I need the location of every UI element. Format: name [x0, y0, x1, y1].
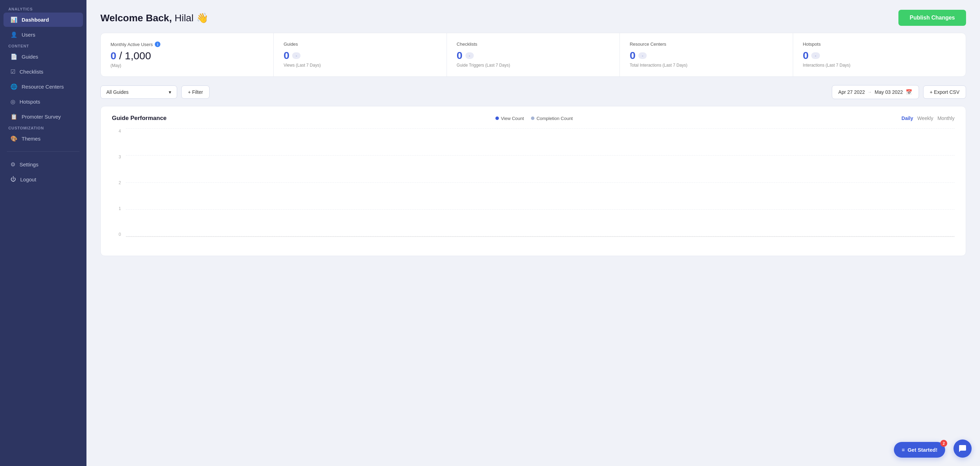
stat-guides-sub: Views (Last 7 Days) — [283, 63, 436, 68]
grid-line-0 — [126, 236, 955, 236]
y-label-3: 3 — [112, 155, 123, 160]
guides-badge: - — [292, 52, 301, 59]
hotspots-badge: - — [811, 52, 819, 59]
dashboard-icon: 📊 — [10, 16, 18, 23]
y-label-2: 2 — [112, 180, 123, 185]
chevron-down-icon: ▾ — [169, 89, 171, 95]
sidebar-item-checklists-label: Checklists — [19, 69, 43, 75]
chart-title: Guide Performance — [112, 115, 167, 122]
stat-mau: Monthly Active Users i 0 / 1,000 (May) — [101, 33, 274, 77]
stat-resource-centers-sub: Total Interactions (Last 7 Days) — [630, 63, 783, 68]
stat-hotspots: Hotspots 0 - Interactions (Last 7 Days) — [793, 33, 966, 77]
guides-icon: 📄 — [10, 53, 18, 60]
chat-bubble-icon — [958, 444, 967, 453]
sidebar-item-checklists[interactable]: ☑ Checklists — [3, 64, 83, 79]
stat-hotspots-sub: Interactions (Last 7 Days) — [803, 63, 956, 68]
stat-guides: Guides 0 - Views (Last 7 Days) — [274, 33, 447, 77]
date-to: May 03 2022 — [875, 89, 903, 95]
themes-icon: 🎨 — [10, 135, 18, 142]
sidebar-item-settings[interactable]: ⚙ Settings — [3, 157, 83, 172]
get-started-button[interactable]: ≡ Get Started! 2 — [894, 442, 945, 458]
users-icon: 👤 — [10, 31, 18, 38]
view-count-dot — [495, 116, 499, 120]
stat-guides-value: 0 - — [283, 49, 436, 61]
legend-view-count: View Count — [495, 116, 524, 121]
chart-section: Guide Performance View Count Completion … — [100, 106, 966, 256]
grid-line-4 — [126, 128, 955, 129]
y-label-0: 0 — [112, 232, 123, 237]
legend-completion-count: Completion Count — [531, 116, 573, 121]
date-from: Apr 27 2022 — [838, 89, 865, 95]
sidebar-item-logout-label: Logout — [20, 177, 36, 182]
chart-area: 0 1 2 3 4 — [112, 129, 955, 247]
time-control-weekly[interactable]: Weekly — [917, 115, 933, 121]
sidebar-item-guides-label: Guides — [22, 54, 38, 60]
checklists-icon: ☑ — [10, 69, 15, 75]
resource-centers-badge: - — [638, 52, 647, 59]
export-csv-button[interactable]: + Export CSV — [923, 85, 966, 99]
filters-row: All Guides ▾ + Filter Apr 27 2022 → May … — [100, 85, 966, 99]
chart-legend: View Count Completion Count — [495, 116, 573, 121]
hotspots-icon: ◎ — [10, 98, 15, 105]
stat-resource-centers: Resource Centers 0 - Total Interactions … — [620, 33, 793, 77]
chart-header: Guide Performance View Count Completion … — [112, 115, 955, 122]
sidebar-item-dashboard-label: Dashboard — [22, 17, 49, 23]
stat-resource-centers-label: Resource Centers — [630, 41, 783, 47]
y-axis: 0 1 2 3 4 — [112, 129, 123, 237]
mau-info-icon[interactable]: i — [155, 41, 161, 47]
stat-resource-centers-value: 0 - — [630, 49, 783, 61]
sidebar-item-hotspots[interactable]: ◎ Hotspots — [3, 94, 83, 109]
guide-filter-select[interactable]: All Guides ▾ — [100, 85, 177, 99]
stat-checklists-label: Checklists — [457, 41, 610, 47]
stat-checklists-sub: Guide Triggers (Last 7 Days) — [457, 63, 610, 68]
y-label-1: 1 — [112, 206, 123, 211]
list-icon: ≡ — [902, 447, 905, 453]
sidebar-item-resource-centers-label: Resource Centers — [22, 84, 64, 89]
filter-button[interactable]: + Filter — [181, 85, 210, 99]
time-control-monthly[interactable]: Monthly — [937, 115, 955, 121]
promoter-survey-icon: 📋 — [10, 113, 18, 120]
stat-hotspots-label: Hotspots — [803, 41, 956, 47]
stat-hotspots-value: 0 - — [803, 49, 956, 61]
stat-mau-value: 0 / 1,000 — [110, 50, 264, 62]
sidebar-item-themes-label: Themes — [22, 136, 40, 142]
view-count-label: View Count — [501, 116, 524, 121]
date-range-picker[interactable]: Apr 27 2022 → May 03 2022 📅 — [832, 85, 919, 99]
calendar-icon: 📅 — [906, 89, 912, 95]
guide-filter-label: All Guides — [107, 89, 129, 95]
settings-icon: ⚙ — [10, 161, 15, 168]
checklists-badge: - — [465, 52, 474, 59]
sidebar: ANALYTICS 📊 Dashboard 👤 Users CONTENT 📄 … — [0, 0, 86, 466]
sidebar-item-guides[interactable]: 📄 Guides — [3, 49, 83, 64]
chart-time-controls: Daily Weekly Monthly — [902, 115, 955, 121]
completion-count-label: Completion Count — [536, 116, 573, 121]
chat-badge-count: 2 — [940, 440, 947, 447]
sidebar-item-dashboard[interactable]: 📊 Dashboard — [3, 13, 83, 27]
stat-mau-label: Monthly Active Users i — [110, 41, 264, 47]
stat-checklists: Checklists 0 - Guide Triggers (Last 7 Da… — [447, 33, 620, 77]
publish-changes-button[interactable]: Publish Changes — [899, 10, 966, 26]
mau-separator: / — [119, 50, 122, 62]
page-header: Welcome Back, Hilal 👋 Publish Changes — [86, 0, 980, 33]
sidebar-item-themes[interactable]: 🎨 Themes — [3, 131, 83, 146]
sidebar-item-settings-label: Settings — [19, 161, 38, 168]
main-content: Welcome Back, Hilal 👋 Publish Changes Mo… — [86, 0, 980, 466]
grid-line-2 — [126, 182, 955, 183]
stat-guides-label: Guides — [283, 41, 436, 47]
completion-count-dot — [531, 116, 535, 120]
stats-card: Monthly Active Users i 0 / 1,000 (May) G… — [100, 33, 966, 77]
chart-plot — [126, 129, 955, 237]
analytics-section-label: ANALYTICS — [0, 0, 41, 14]
chat-support-icon[interactable] — [953, 439, 972, 458]
customization-section-label: CUSTOMIZATION — [0, 118, 52, 133]
stat-checklists-value: 0 - — [457, 49, 610, 61]
sidebar-item-resource-centers[interactable]: 🌐 Resource Centers — [3, 80, 83, 94]
stat-mau-period: (May) — [110, 63, 264, 68]
grid-line-1 — [126, 209, 955, 210]
logout-icon: ⏻ — [10, 176, 16, 182]
resource-centers-icon: 🌐 — [10, 83, 18, 90]
time-control-daily[interactable]: Daily — [902, 115, 913, 121]
page-title: Welcome Back, Hilal 👋 — [100, 12, 208, 24]
sidebar-item-logout[interactable]: ⏻ Logout — [3, 172, 83, 186]
y-label-4: 4 — [112, 129, 123, 134]
